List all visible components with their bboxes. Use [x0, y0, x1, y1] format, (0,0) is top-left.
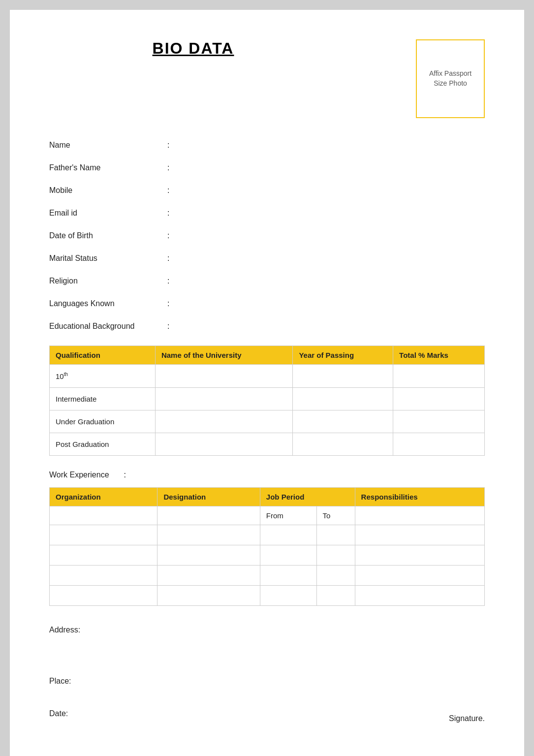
- work-experience-table: Organization Designation Job Period Resp…: [49, 487, 485, 606]
- work-experience-label: Work Experience :: [49, 471, 485, 479]
- work-row4-to[interactable]: [316, 586, 355, 606]
- field-row-mobile: Mobile :: [49, 183, 485, 195]
- work-row4-desig[interactable]: [157, 586, 260, 606]
- field-value-email[interactable]: [179, 206, 485, 216]
- field-value-father[interactable]: [179, 160, 485, 170]
- field-row-marital: Marital Status :: [49, 251, 485, 263]
- page: BIO DATA Affix Passport Size Photo Name …: [10, 10, 524, 756]
- edu-row-inter-marks[interactable]: [393, 388, 485, 410]
- place-label: Place:: [49, 677, 485, 686]
- work-col-job-period: Job Period: [260, 488, 355, 506]
- work-row2-desig[interactable]: [157, 545, 260, 566]
- field-colon-dob: :: [167, 231, 169, 240]
- edu-row-pg-qual: Post Graduation: [50, 433, 156, 456]
- edu-col-year: Year of Passing: [293, 346, 393, 365]
- field-colon-father: :: [167, 163, 169, 172]
- title-area: BIO DATA: [49, 39, 416, 58]
- work-row3-resp[interactable]: [355, 566, 484, 586]
- education-table: Qualification Name of the University Yea…: [49, 346, 485, 456]
- field-label-name: Name: [49, 141, 167, 150]
- edu-row-ug-year[interactable]: [293, 410, 393, 433]
- table-row: Post Graduation: [50, 433, 485, 456]
- edu-row-pg-year[interactable]: [293, 433, 393, 456]
- signature-label: Signature.: [449, 714, 485, 723]
- field-label-marital: Marital Status: [49, 254, 167, 263]
- work-subheader-org: [50, 506, 157, 525]
- work-row3-desig[interactable]: [157, 566, 260, 586]
- work-exp-text: Work Experience: [49, 471, 109, 479]
- field-row-religion: Religion :: [49, 274, 485, 285]
- field-label-dob: Date of Birth: [49, 231, 167, 240]
- edu-table-header-row: Qualification Name of the University Yea…: [50, 346, 485, 365]
- edu-row-ug-qual: Under Graduation: [50, 410, 156, 433]
- date-label: Date:: [49, 709, 68, 718]
- field-row-dob: Date of Birth :: [49, 228, 485, 240]
- table-row: Intermediate: [50, 388, 485, 410]
- field-colon-mobile: :: [167, 186, 169, 195]
- field-colon-religion: :: [167, 277, 169, 285]
- table-row: [50, 545, 485, 566]
- work-row2-to[interactable]: [316, 545, 355, 566]
- edu-row-10th-year[interactable]: [293, 365, 393, 388]
- work-row3-to[interactable]: [316, 566, 355, 586]
- address-section: Address:: [49, 626, 485, 657]
- photo-box-text: Affix Passport Size Photo: [422, 69, 479, 88]
- work-row3-org[interactable]: [50, 566, 157, 586]
- work-row2-org[interactable]: [50, 545, 157, 566]
- work-subheader-to: To: [316, 506, 355, 525]
- work-row1-resp[interactable]: [355, 525, 484, 545]
- table-row: Under Graduation: [50, 410, 485, 433]
- work-row1-desig[interactable]: [157, 525, 260, 545]
- field-row-languages: Languages Known :: [49, 296, 485, 308]
- work-row2-from[interactable]: [260, 545, 316, 566]
- field-label-mobile: Mobile: [49, 186, 167, 195]
- table-row: 10th: [50, 365, 485, 388]
- field-label-religion: Religion: [49, 277, 167, 285]
- edu-col-marks: Total % Marks: [393, 346, 485, 365]
- work-row2-resp[interactable]: [355, 545, 484, 566]
- edu-row-inter-uni[interactable]: [155, 388, 292, 410]
- work-row4-resp[interactable]: [355, 586, 484, 606]
- edu-row-10th-marks[interactable]: [393, 365, 485, 388]
- field-value-religion[interactable]: [179, 274, 485, 284]
- page-title: BIO DATA: [49, 39, 337, 58]
- table-row: [50, 566, 485, 586]
- edu-row-10th-uni[interactable]: [155, 365, 292, 388]
- work-row1-from[interactable]: [260, 525, 316, 545]
- field-value-name[interactable]: [179, 138, 485, 148]
- field-colon-education: :: [167, 322, 169, 331]
- field-label-email: Email id: [49, 209, 167, 218]
- work-row4-from[interactable]: [260, 586, 316, 606]
- edu-row-pg-uni[interactable]: [155, 433, 292, 456]
- edu-row-ug-uni[interactable]: [155, 410, 292, 433]
- edu-row-pg-marks[interactable]: [393, 433, 485, 456]
- work-col-org: Organization: [50, 488, 157, 506]
- field-value-education[interactable]: [179, 319, 485, 329]
- edu-row-10th-qual: 10th: [50, 365, 156, 388]
- field-value-languages[interactable]: [179, 296, 485, 306]
- field-label-father: Father's Name: [49, 163, 167, 172]
- field-value-dob[interactable]: [179, 228, 485, 238]
- header-section: BIO DATA Affix Passport Size Photo: [49, 39, 485, 118]
- field-row-father: Father's Name :: [49, 160, 485, 172]
- fields-section: Name : Father's Name : Mobile : Email id…: [49, 138, 485, 331]
- field-row-name: Name :: [49, 138, 485, 150]
- field-colon-languages: :: [167, 299, 169, 308]
- photo-box: Affix Passport Size Photo: [416, 39, 485, 118]
- field-row-education: Educational Background :: [49, 319, 485, 331]
- field-value-marital[interactable]: [179, 251, 485, 261]
- field-value-mobile[interactable]: [179, 183, 485, 193]
- field-colon-name: :: [167, 141, 169, 150]
- edu-row-inter-year[interactable]: [293, 388, 393, 410]
- edu-row-ug-marks[interactable]: [393, 410, 485, 433]
- work-row4-org[interactable]: [50, 586, 157, 606]
- work-col-responsibilities: Responsibilities: [355, 488, 484, 506]
- field-colon-email: :: [167, 209, 169, 218]
- work-col-designation: Designation: [157, 488, 260, 506]
- edu-col-university: Name of the University: [155, 346, 292, 365]
- work-subheader-from: From: [260, 506, 316, 525]
- address-label: Address:: [49, 626, 485, 634]
- work-row1-to[interactable]: [316, 525, 355, 545]
- work-row1-org[interactable]: [50, 525, 157, 545]
- work-row3-from[interactable]: [260, 566, 316, 586]
